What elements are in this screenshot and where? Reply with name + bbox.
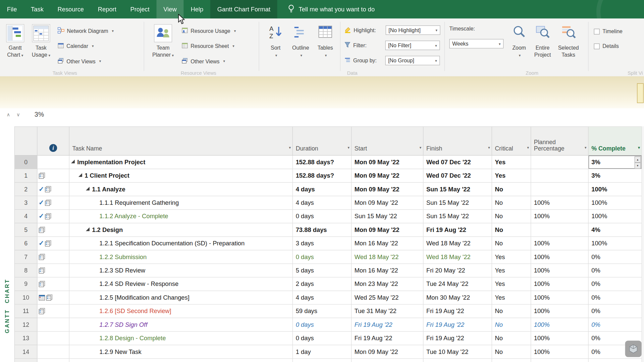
outline-button[interactable]: Outline▾ [289,24,313,59]
row-number[interactable]: 15 [15,359,37,362]
cell-start[interactable]: Mon 09 May '22 [352,345,423,359]
cell-start[interactable]: Tue 31 May '22 [352,305,423,318]
calendar-view-button[interactable]: Calendar ▾ [57,41,94,51]
cell-start[interactable]: Mon 23 May '22 [352,278,423,291]
cell-planned-percentage[interactable]: 100% [531,250,588,264]
cell-finish[interactable]: Thu 12 May '22 [423,359,492,362]
row-number[interactable]: 6 [15,237,37,250]
menu-tab-project[interactable]: Project [123,0,157,18]
info-indicators[interactable] [37,331,69,345]
cell-critical[interactable]: No [492,210,531,223]
cell-critical[interactable]: No [492,331,531,345]
cell-duration[interactable]: 3 days [293,237,352,250]
cell-task-name[interactable]: 1 Client Project [69,169,293,182]
highlight-dropdown[interactable]: [No Highlight]▾ [386,25,440,35]
row-number[interactable]: 1 [15,169,37,182]
row-number[interactable]: 10 [15,291,37,304]
cell-critical[interactable]: No [492,196,531,209]
menu-tab-task[interactable]: Task [24,0,50,18]
cell-planned-percentage[interactable]: 100% [531,237,588,250]
cell-percent-complete[interactable]: 0% [589,264,642,277]
cell-finish[interactable]: Wed 07 Dec '22 [423,169,492,182]
menu-tab-report[interactable]: Report [91,0,123,18]
cell-duration[interactable]: 59 days [293,305,352,318]
cell-critical[interactable]: Yes [492,264,531,277]
selected-tasks-button[interactable]: SelectedTasks [555,24,582,58]
entry-bar-value[interactable]: 3% [35,111,44,118]
info-indicators[interactable] [37,169,69,182]
cell-task-name[interactable]: 1.2.2 Submission [69,250,293,264]
cell-task-name[interactable]: 1.2.6 [SD Second Review] [69,305,293,318]
cell-duration[interactable]: 4 days [293,183,352,196]
cell-task-name[interactable]: 1.2.7 SD Sign Off [69,318,293,331]
filter-caret-icon[interactable]: ▾ [347,144,350,151]
cell-duration[interactable]: 73.88 days [293,223,352,237]
filter-caret-icon[interactable]: ▾ [488,144,490,151]
cell-start[interactable]: Mon 09 May '22 [352,169,423,182]
cell-duration[interactable]: 0 days [293,318,352,331]
cell-planned-percentage[interactable]: 100% [531,210,588,223]
timeline-checkbox-box[interactable] [594,28,600,34]
cell-task-name[interactable]: 1.2.3 SD Review [69,264,293,277]
row-number[interactable]: 8 [15,264,37,277]
cell-start[interactable]: Mon 16 May '22 [352,264,423,277]
row-number[interactable]: 12 [15,318,37,331]
info-indicators[interactable] [37,345,69,359]
filter-caret-icon[interactable]: ▾ [585,144,587,151]
info-indicators[interactable] [37,359,69,362]
cell-critical[interactable]: No [492,345,531,359]
cell-planned-percentage[interactable]: 100% [531,359,588,362]
cell-duration[interactable]: 152.88 days? [293,156,352,169]
cell-finish[interactable]: Fri 19 Aug '22 [423,331,492,345]
info-indicators[interactable]: ✓ [37,196,69,209]
cell-finish[interactable]: Fri 19 Aug '22 [423,318,492,331]
row-number[interactable]: 2 [15,183,37,196]
menu-tab-gantt-chart-format[interactable]: Gantt Chart Format [210,0,277,18]
tell-me-search[interactable]: Tell me what you want to do [288,0,375,18]
task-usage-button[interactable]: TaskUsage▾ [29,24,53,59]
cell-planned-percentage[interactable]: 100% [531,291,588,304]
gantt-chart-view-button[interactable]: GanttChart▾ [2,24,28,59]
cell-duration[interactable]: 152.88 days? [293,169,352,182]
col-header-percent-complete[interactable]: % Complete▾ [589,127,642,156]
cell-task-name[interactable]: 1.2 Design [69,223,293,237]
cell-critical[interactable]: Yes [492,169,531,182]
cell-duration[interactable]: 2 days [293,278,352,291]
info-indicators[interactable] [37,291,69,304]
cell-task-name[interactable]: 1.2.10 New Task [69,359,293,362]
cell-planned-percentage[interactable]: 100% [531,345,588,359]
filter-caret-icon[interactable]: ▾ [638,144,640,151]
cell-percent-complete[interactable]: 0% [589,250,642,264]
filter-caret-icon[interactable]: ▾ [289,144,291,151]
cell-start[interactable]: Mon 16 May '22 [352,237,423,250]
info-indicators[interactable]: ✓ [37,237,69,250]
cell-planned-percentage[interactable] [531,223,588,237]
resource-usage-button[interactable]: Resource Usage ▾ [181,25,236,36]
cell-start[interactable]: Sun 15 May '22 [352,210,423,223]
cell-start[interactable]: Mon 09 May '22 [352,196,423,209]
info-indicators[interactable]: ✓ [37,183,69,196]
info-indicators[interactable] [37,250,69,264]
row-number[interactable]: 4 [15,210,37,223]
team-planner-button[interactable]: TeamPlanner▾ [148,24,178,59]
col-header-critical[interactable]: Critical▾ [492,127,531,156]
cell-percent-complete[interactable]: 100% [589,196,642,209]
cell-percent-complete[interactable]: 3%▲▼ [589,156,642,169]
cell-start[interactable]: Mon 09 May '22 [352,359,423,362]
col-header-planned-percentage[interactable]: Planned Percentage▾ [531,127,588,156]
cell-critical[interactable]: Yes [492,250,531,264]
cell-planned-percentage[interactable]: 100% [531,264,588,277]
cell-percent-complete[interactable]: 0% [589,305,642,318]
collapse-triangle-icon[interactable] [86,187,90,190]
cell-duration[interactable]: 5 days [293,264,352,277]
row-number[interactable]: 0 [15,156,37,169]
row-number[interactable]: 14 [15,345,37,359]
cell-task-name[interactable]: Implementation Project [69,156,293,169]
row-number[interactable]: 5 [15,223,37,237]
entry-up-chevron[interactable]: ∧ [7,112,10,117]
cell-task-name[interactable]: 1.2.9 New Task [69,345,293,359]
details-checkbox-box[interactable] [594,43,600,49]
cell-finish[interactable]: Sun 15 May '22 [423,210,492,223]
spinner-up-button[interactable]: ▲ [635,157,641,163]
group-by-dropdown[interactable]: [No Group]▾ [385,56,440,65]
